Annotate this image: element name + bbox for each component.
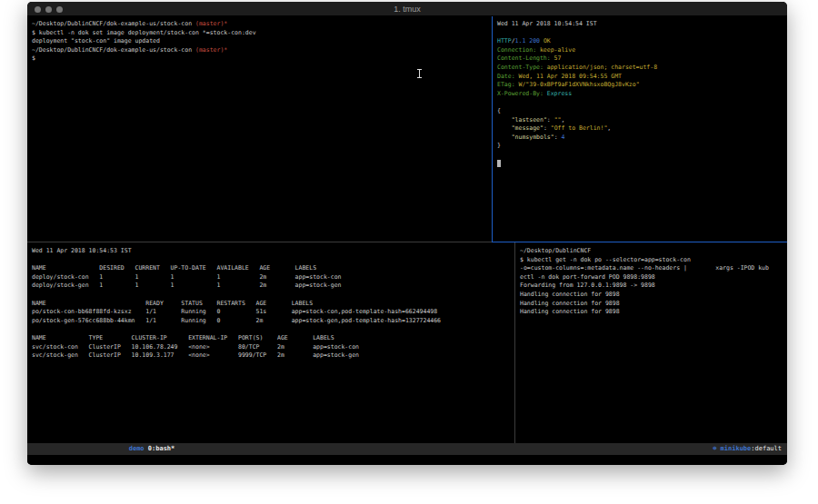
terminal-line: Wed 11 Apr 2018 10:54:53 IST bbox=[32, 247, 514, 256]
pane-bottom-left-kubectl-get[interactable]: Wed 11 Apr 2018 10:54:53 ISTNAME DESIRED… bbox=[27, 243, 514, 443]
window-title: 1. tmux bbox=[394, 5, 421, 14]
terminal-line: -o=custom-columns=:metadata.name --no-he… bbox=[520, 264, 787, 273]
mouse-text-cursor-icon bbox=[416, 69, 423, 78]
terminal-line: } bbox=[497, 142, 787, 151]
terminal-line: ectl -n dok port-forward POD 9898:9898 bbox=[520, 273, 787, 282]
terminal-line: NAME READY STATUS RESTARTS AGE LABELS bbox=[32, 300, 514, 309]
terminal-line: NAME DESIRED CURRENT UP-TO-DATE AVAILABL… bbox=[32, 264, 514, 273]
pane-top-left-shell[interactable]: ~/Desktop/DublinCNCF/dok-example-us/stoc… bbox=[27, 16, 492, 242]
kube-context: minikube bbox=[721, 445, 752, 452]
terminal-line: ~/Desktop/DublinCNCF/dok-example-us/stoc… bbox=[32, 20, 492, 29]
terminal-line bbox=[497, 151, 787, 160]
terminal-line: svc/stock-gen ClusterIP 10.109.3.177 <no… bbox=[32, 351, 514, 361]
terminal-line: deployment "stock-con" image updated bbox=[32, 37, 492, 46]
terminal-line: svc/stock-con ClusterIP 10.106.78.249 <n… bbox=[32, 343, 514, 352]
terminal-line: Handling connection for 9898 bbox=[520, 291, 787, 300]
tmux-session: ~/Desktop/DublinCNCF/dok-example-us/stoc… bbox=[27, 16, 787, 443]
terminal-line: HTTP/1.1 200 OK bbox=[497, 37, 787, 46]
zoom-button[interactable] bbox=[56, 6, 63, 13]
minimize-button[interactable] bbox=[45, 6, 52, 13]
terminal-line: Handling connection for 9898 bbox=[520, 308, 787, 317]
terminal-line: ~/Desktop/DublinCNCF/dok-example-us/stoc… bbox=[32, 46, 492, 55]
terminal-line: "message": "Off to Berlin!", bbox=[497, 124, 787, 133]
terminal-line: { bbox=[497, 107, 787, 116]
terminal-line: po/stock-con-bb68f88fd-kzsxz 1/1 Running… bbox=[32, 308, 514, 317]
kube-namespace: :default bbox=[751, 445, 782, 452]
terminal-line: po/stock-gen-576cc688bb-44kmn 1/1 Runnin… bbox=[32, 317, 514, 326]
terminal-line bbox=[32, 325, 514, 334]
terminal-line bbox=[497, 98, 787, 107]
terminal-line: "lastseen": "", bbox=[497, 116, 787, 125]
terminal-line: X-Powered-By: Express bbox=[497, 90, 787, 99]
pane-border-vertical-bottom[interactable] bbox=[514, 242, 515, 443]
terminal-line bbox=[497, 160, 787, 169]
terminal-window: 1. tmux ~/Desktop/DublinCNCF/dok-example… bbox=[27, 2, 787, 465]
terminal-line: NAME TYPE CLUSTER-IP EXTERNAL-IP PORT(S)… bbox=[32, 334, 514, 343]
terminal-line: ETag: W/"39-0xBPf9aF1dXVNkhsxoBQgJ8vKzo" bbox=[497, 81, 787, 90]
status-left: demo 0:bash* bbox=[98, 431, 175, 465]
terminal-line bbox=[497, 29, 787, 38]
terminal-line: "numsymbols": 4 bbox=[497, 133, 787, 143]
tmux-status-bar: demo 0:bash* ☸ minikube:default bbox=[27, 443, 787, 455]
terminal-line: Handling connection for 9898 bbox=[520, 300, 787, 309]
pane-top-right-http-response[interactable]: Wed 11 Apr 2018 10:54:54 ISTHTTP/1.1 200… bbox=[493, 16, 787, 242]
terminal-line: Connection: keep-alive bbox=[497, 46, 787, 55]
terminal-line: Content-Type: application/json; charset=… bbox=[497, 64, 787, 73]
session-name: demo bbox=[129, 445, 145, 452]
status-right: ☸ minikube:default bbox=[682, 431, 782, 465]
terminal-line: $ kubectl -n dok set image deployment/st… bbox=[32, 29, 492, 38]
traffic-lights bbox=[35, 6, 63, 13]
terminal-line: Content-Length: 57 bbox=[497, 54, 787, 64]
terminal-line: Forwarding from 127.0.0.1:9898 -> 9898 bbox=[520, 282, 787, 291]
pane-border-horizontal-left[interactable] bbox=[27, 242, 492, 242]
terminal-line: ~/Desktop/DublinCNCF bbox=[520, 247, 787, 256]
desktop-background: 1. tmux ~/Desktop/DublinCNCF/dok-example… bbox=[0, 0, 818, 504]
terminal-line: $ kubectl get -n dok po --selector=app=s… bbox=[520, 256, 787, 265]
terminal-line: $ bbox=[32, 54, 492, 64]
terminal-line bbox=[32, 256, 514, 265]
terminal-line: deploy/stock-gen 1 1 1 1 2m app=stock-ge… bbox=[32, 282, 514, 291]
pane-bottom-right-port-forward[interactable]: ~/Desktop/DublinCNCF$ kubectl get -n dok… bbox=[515, 243, 787, 443]
terminal-cursor bbox=[497, 160, 501, 167]
terminal-line bbox=[32, 291, 514, 300]
window-tab-0-bash[interactable]: 0:bash* bbox=[148, 445, 175, 452]
terminal-line: Wed 11 Apr 2018 10:54:54 IST bbox=[497, 20, 787, 29]
terminal-line: Date: Wed, 11 Apr 2018 09:54:55 GMT bbox=[497, 73, 787, 82]
window-titlebar[interactable]: 1. tmux bbox=[27, 2, 787, 16]
pane-border-horizontal-right[interactable] bbox=[492, 242, 787, 242]
pane-border-vertical-top[interactable] bbox=[492, 16, 493, 242]
close-button[interactable] bbox=[35, 6, 41, 13]
terminal-line: deploy/stock-con 1 1 1 1 2m app=stock-co… bbox=[32, 273, 514, 282]
